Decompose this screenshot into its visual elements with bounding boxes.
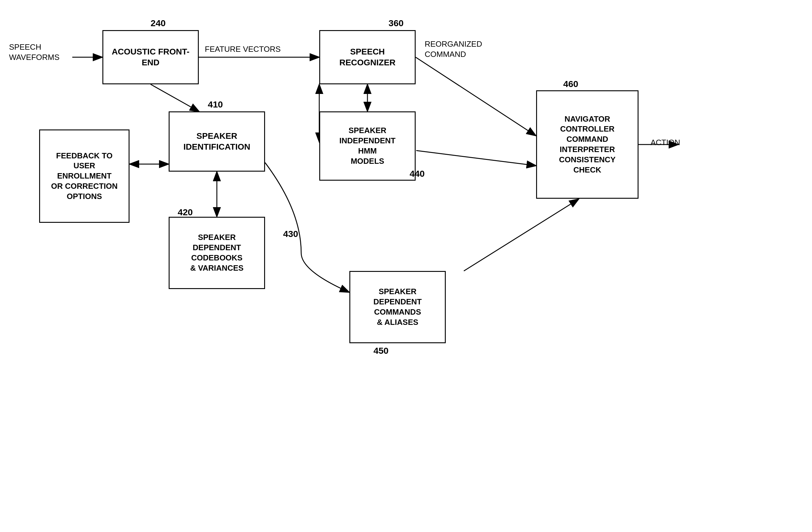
speaker-independent-hmm-box: SPEAKERINDEPENDENTHMMMODELS — [319, 112, 416, 181]
speaker-identification-number: 410 — [208, 99, 223, 109]
speech-waveforms-label: SPEECHWAVEFORMS — [9, 42, 60, 63]
navigator-controller-box: NAVIGATORCONTROLLERCOMMANDINTERPRETERCON… — [536, 90, 639, 199]
svg-line-5 — [416, 57, 536, 135]
feature-vectors-label: FEATURE VECTORS — [205, 45, 281, 54]
acoustic-front-end-number: 240 — [150, 18, 166, 28]
action-label: ACTION — [651, 138, 680, 147]
diagram-container: ACOUSTIC FRONT-END 240 SPEECH RECOGNIZER… — [0, 0, 812, 532]
num-430-label: 430 — [283, 229, 298, 239]
speaker-identification-box: SPEAKERIDENTIFICATION — [169, 112, 265, 172]
svg-line-13 — [464, 199, 578, 271]
reorganized-command-label: REORGANIZEDCOMMAND — [425, 39, 482, 60]
speaker-dependent-commands-box: SPEAKERDEPENDENTCOMMANDS& ALIASES — [349, 271, 446, 343]
acoustic-front-end-box: ACOUSTIC FRONT-END — [102, 30, 199, 84]
speaker-dependent-codebooks-box: SPEAKERDEPENDENTCODEBOOKS& VARIANCES — [169, 217, 265, 289]
svg-line-7 — [150, 84, 199, 112]
speaker-dependent-codebooks-number: 420 — [178, 207, 193, 217]
speech-recognizer-box: SPEECH RECOGNIZER — [319, 30, 416, 84]
navigator-controller-number: 460 — [563, 79, 578, 89]
speaker-independent-hmm-number: 440 — [410, 168, 425, 179]
svg-line-12 — [416, 150, 536, 166]
speech-recognizer-number: 360 — [389, 18, 404, 28]
feedback-box: FEEDBACK TOUSERENROLLMENTOR CORRECTIONOP… — [39, 130, 130, 223]
speaker-dependent-commands-number: 450 — [374, 346, 389, 356]
